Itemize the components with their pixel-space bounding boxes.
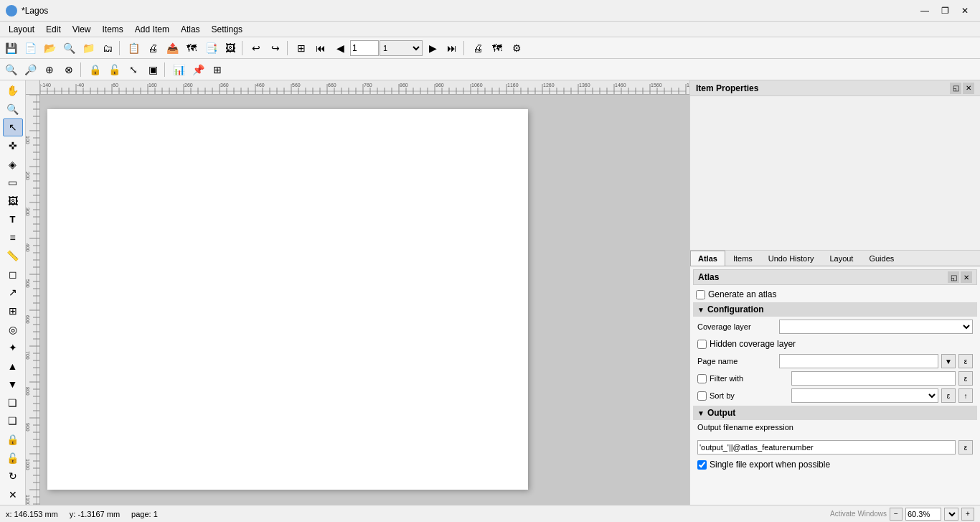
add-marker-tool[interactable]: ✦ (3, 339, 23, 357)
group-tool[interactable]: ❏ (3, 394, 23, 412)
export-svg-button[interactable]: 🖼 (221, 39, 240, 57)
menu-edit[interactable]: Edit (40, 22, 67, 37)
print-button[interactable]: 🖨 (143, 39, 162, 57)
zoom-select[interactable] (944, 508, 958, 521)
node-tool[interactable]: ◈ (3, 155, 23, 173)
move-tool[interactable]: ✜ (3, 137, 23, 155)
rotate-tool[interactable]: ↻ (3, 467, 23, 485)
menu-layout[interactable]: Layout (3, 22, 40, 37)
distribute-button[interactable]: ⊞ (208, 60, 227, 79)
output-section-header[interactable]: ▼ Output (693, 406, 977, 420)
open-folder-button[interactable]: 📁 (79, 39, 98, 57)
ungroup-tool[interactable]: ❑ (3, 412, 23, 430)
pan-tool[interactable]: ✋ (3, 82, 23, 100)
page-name-input[interactable] (779, 354, 938, 368)
filter-expr-button[interactable]: ε (958, 371, 973, 386)
coverage-layer-select[interactable] (779, 320, 973, 334)
atlas-preview-button[interactable]: 🗺 (488, 39, 507, 57)
zoom-in-button[interactable]: 🔍 (1, 60, 20, 79)
lock-button[interactable]: 🔒 (85, 60, 104, 79)
maximize-button[interactable]: ❐ (936, 4, 954, 18)
single-file-checkbox[interactable] (697, 460, 707, 470)
item-properties-close[interactable]: ✕ (963, 83, 974, 94)
item-properties-float[interactable]: ◱ (950, 83, 961, 94)
next-button[interactable]: ▶ (423, 39, 442, 57)
zoom-out-button[interactable]: 🔎 (21, 60, 39, 79)
export-pdf-button[interactable]: 📑 (202, 39, 220, 57)
save-button[interactable]: 💾 (1, 39, 20, 57)
page-input[interactable] (350, 40, 379, 56)
sort-by-select[interactable] (791, 388, 938, 403)
close-button[interactable]: ✕ (956, 4, 974, 18)
menu-add-item[interactable]: Add Item (129, 22, 175, 37)
minimize-button[interactable]: — (915, 4, 934, 18)
atlas-close-button[interactable]: ✕ (961, 271, 972, 283)
page-name-expr-button[interactable]: ▼ (941, 354, 956, 368)
atlas-features-button[interactable]: 📌 (189, 60, 207, 79)
print2-button[interactable]: 🖨 (468, 39, 487, 57)
filter-with-checkbox[interactable] (697, 374, 707, 383)
zoom-region-button[interactable]: ⊗ (60, 60, 78, 79)
zoom-full-button[interactable]: ⊞ (292, 39, 311, 57)
redo-button[interactable]: ↪ (266, 39, 285, 57)
find-button[interactable]: 🔍 (60, 39, 78, 57)
menu-settings[interactable]: Settings (206, 22, 248, 37)
generate-atlas-checkbox[interactable] (696, 290, 705, 299)
atlas-panel: Atlas ◱ ✕ Generate an atlas ▼ Configurat… (690, 266, 980, 505)
unlock-button[interactable]: 🔓 (105, 60, 123, 79)
sort-expr-button[interactable]: ε (941, 388, 956, 403)
select-tool[interactable]: ↖ (3, 118, 23, 136)
output-filename-input[interactable] (697, 440, 956, 455)
open-button[interactable]: 📂 (40, 39, 59, 57)
add-arrow-tool[interactable]: ↗ (3, 284, 23, 302)
undo-button[interactable]: ↩ (247, 39, 265, 57)
lock-items-tool[interactable]: 🔒 (3, 431, 23, 449)
tab-guides[interactable]: Guides (861, 251, 902, 266)
atlas-float-button[interactable]: ◱ (948, 271, 959, 283)
tab-layout[interactable]: Layout (821, 251, 861, 266)
new-button[interactable]: 📄 (21, 39, 39, 57)
add-shape-tool[interactable]: ◻ (3, 266, 23, 284)
select-items-button[interactable]: ▣ (143, 60, 162, 79)
zoom-in-status-button[interactable]: + (961, 508, 974, 521)
output-filename-expr-button[interactable]: ε (958, 440, 973, 455)
save-as-button[interactable]: 🗂 (98, 39, 117, 57)
tab-atlas[interactable]: Atlas (690, 251, 725, 266)
zoom-out-status-button[interactable]: − (890, 508, 903, 521)
next-page-button[interactable]: ⏭ (443, 39, 461, 57)
sort-order-button[interactable]: ↑ (958, 388, 973, 403)
atlas-settings-button[interactable]: ⚙ (507, 39, 526, 57)
export-all-button[interactable]: 📤 (163, 39, 182, 57)
tab-undo-history[interactable]: Undo History (760, 251, 822, 266)
chart-button[interactable]: 📊 (169, 60, 188, 79)
configuration-section-header[interactable]: ▼ Configuration (693, 302, 977, 317)
hidden-coverage-checkbox[interactable] (697, 340, 707, 349)
add-map-tool[interactable]: ▭ (3, 174, 23, 192)
sort-by-checkbox[interactable] (697, 391, 707, 401)
page-name-func-button[interactable]: ε (958, 354, 973, 368)
filter-with-input[interactable] (791, 371, 956, 386)
add-picture-tool[interactable]: 🖼 (3, 192, 23, 210)
new2-button[interactable]: 📋 (124, 39, 143, 57)
add-table-tool[interactable]: ⊞ (3, 302, 23, 320)
zoom-tool[interactable]: 🔍 (3, 101, 23, 118)
export-atlas-button[interactable]: 🗺 (182, 39, 201, 57)
add-legend-tool[interactable]: ≡ (3, 229, 23, 247)
menu-view[interactable]: View (67, 22, 97, 37)
tab-items[interactable]: Items (725, 251, 760, 266)
menu-atlas[interactable]: Atlas (175, 22, 206, 37)
zoom-select-button[interactable]: ⊕ (40, 60, 59, 79)
menu-items[interactable]: Items (97, 22, 129, 37)
zoom-layer-button[interactable]: ⤡ (124, 60, 143, 79)
prev-button[interactable]: ◀ (331, 39, 349, 57)
prev-page-button[interactable]: ⏮ (311, 39, 330, 57)
unlock-items-tool[interactable]: 🔓 (3, 449, 23, 467)
page-select[interactable]: 1 (380, 40, 423, 56)
add-html-tool[interactable]: ◎ (3, 320, 23, 338)
add-scalebar-tool[interactable]: 📏 (3, 247, 23, 265)
raise-item-tool[interactable]: ▲ (3, 357, 23, 375)
delete-guide-tool[interactable]: ✕ (3, 485, 23, 503)
add-label-tool[interactable]: T (3, 210, 23, 228)
lower-item-tool[interactable]: ▼ (3, 376, 23, 393)
zoom-input[interactable] (905, 508, 941, 521)
